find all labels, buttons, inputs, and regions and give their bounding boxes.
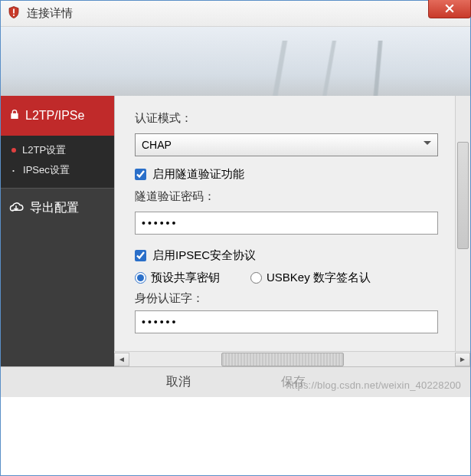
sidebar-export-label: 导出配置 xyxy=(30,200,79,216)
vertical-scroll-thumb[interactable] xyxy=(457,142,469,249)
vertical-scrollbar[interactable] xyxy=(455,96,470,351)
identity-label: 身份认证字： xyxy=(135,291,438,306)
cloud-download-icon xyxy=(8,199,24,218)
tree-item-ipsec[interactable]: IPSec设置 xyxy=(11,160,114,180)
enable-ipsec-label: 启用IPSEC安全协议 xyxy=(152,248,256,263)
banner-image xyxy=(1,27,470,96)
svg-rect-1 xyxy=(13,15,15,16)
close-icon xyxy=(445,2,454,16)
enable-tunnel-label: 启用隧道验证功能 xyxy=(152,167,244,182)
tunnel-pw-input[interactable] xyxy=(135,212,438,235)
enable-ipsec-checkbox[interactable] xyxy=(135,250,146,261)
form-area: 认证模式： CHAP 启用隧道验证功能 隧道验证密码： 启用IPSEC安全协议 xyxy=(115,96,455,351)
sidebar-tree: L2TP设置 IPSec设置 xyxy=(1,136,114,188)
cancel-button[interactable]: 取消 xyxy=(144,372,213,393)
content-panel: 认证模式： CHAP 启用隧道验证功能 隧道验证密码： 启用IPSEC安全协议 xyxy=(114,96,470,351)
radio-psk-input[interactable] xyxy=(135,272,146,284)
sidebar-tab-label: L2TP/IPSe xyxy=(25,109,84,123)
lock-icon xyxy=(8,108,21,123)
window: 连接详情 L2TP/IPSe L2TP设置 xyxy=(0,0,471,476)
radio-psk-label: 预设共享密钥 xyxy=(151,271,220,285)
hscroll-track[interactable] xyxy=(129,353,455,366)
svg-rect-0 xyxy=(13,8,15,13)
key-source-radio-group: 预设共享密钥 USBKey 数字签名认 xyxy=(135,271,438,285)
radio-usbkey-input[interactable] xyxy=(250,272,262,284)
auth-mode-label: 认证模式： xyxy=(135,111,438,126)
window-title: 连接详情 xyxy=(27,6,73,21)
sidebar: L2TP/IPSe L2TP设置 IPSec设置 导出配置 xyxy=(1,96,114,351)
titlebar: 连接详情 xyxy=(1,1,470,27)
auth-mode-value: CHAP xyxy=(142,139,172,151)
sidebar-export[interactable]: 导出配置 xyxy=(1,188,114,228)
tree-item-label: IPSec设置 xyxy=(23,160,70,180)
scroll-left-arrow[interactable]: ◄ xyxy=(114,353,129,366)
auth-mode-dropdown[interactable]: CHAP xyxy=(135,133,438,156)
horizontal-scrollbar[interactable]: ◄ ► xyxy=(114,351,470,366)
tunnel-pw-label: 隧道验证密码： xyxy=(135,189,438,204)
tree-item-l2tp[interactable]: L2TP设置 xyxy=(11,140,114,160)
sidebar-tab-l2tp[interactable]: L2TP/IPSe xyxy=(1,96,114,136)
horizontal-scroll-thumb[interactable] xyxy=(221,353,344,366)
tree-item-label: L2TP设置 xyxy=(22,140,66,160)
footer: 取消 保存 https://blog.csdn.net/weixin_40228… xyxy=(1,366,470,397)
identity-input[interactable] xyxy=(135,310,438,333)
main-area: L2TP/IPSe L2TP设置 IPSec设置 导出配置 xyxy=(1,96,470,351)
scroll-right-arrow[interactable]: ► xyxy=(455,353,470,366)
app-shield-icon xyxy=(7,5,21,23)
enable-tunnel-checkbox[interactable] xyxy=(135,169,146,180)
radio-usbkey[interactable]: USBKey 数字签名认 xyxy=(250,271,371,285)
watermark-text: https://blog.csdn.net/weixin_40228200 xyxy=(286,379,461,391)
close-button[interactable] xyxy=(428,0,471,18)
radio-usbkey-label: USBKey 数字签名认 xyxy=(267,271,371,285)
radio-psk[interactable]: 预设共享密钥 xyxy=(135,271,220,285)
